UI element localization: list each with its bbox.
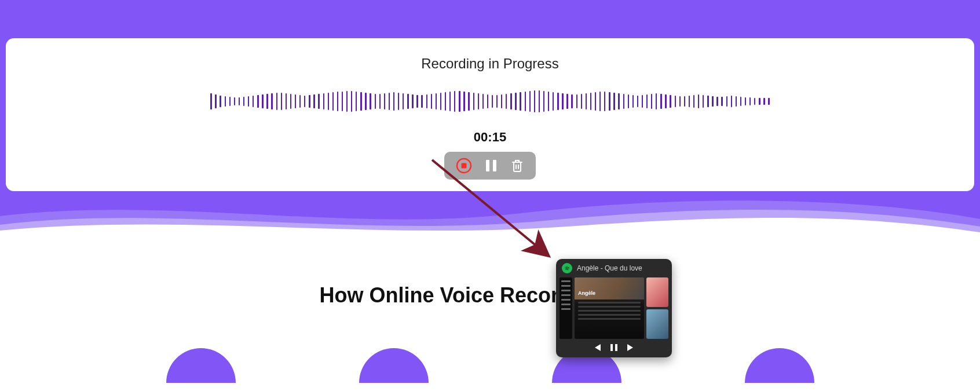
media-popup-header: Angèle - Que du love <box>556 259 672 277</box>
feature-circle <box>745 348 814 383</box>
stop-button[interactable] <box>456 158 472 174</box>
media-popup-right <box>646 277 668 339</box>
recorder-controls <box>444 152 536 180</box>
feature-circle <box>359 348 429 383</box>
skip-prev-icon <box>593 344 602 352</box>
skip-next-icon <box>626 344 635 352</box>
pause-button[interactable] <box>485 159 498 173</box>
svg-rect-5 <box>610 344 613 351</box>
media-popup-title: Angèle - Que du love <box>577 264 642 272</box>
delete-button[interactable] <box>510 159 524 173</box>
hero-band: Recording in Progress 00:15 <box>0 0 980 236</box>
pause-icon <box>485 159 498 173</box>
svg-rect-6 <box>615 344 617 351</box>
recorder-card: Recording in Progress 00:15 <box>6 38 974 191</box>
media-thumb <box>646 277 668 307</box>
svg-rect-1 <box>462 163 467 169</box>
wave-divider <box>0 193 980 236</box>
media-popup-body: Angèle <box>560 277 668 339</box>
recorder-timer: 00:15 <box>474 130 506 145</box>
media-thumb <box>646 309 668 339</box>
media-popup-main: Angèle <box>575 277 644 339</box>
spotify-icon <box>562 263 572 273</box>
waveform <box>210 87 769 116</box>
media-popup-hero <box>575 277 644 299</box>
section-heading: How Online Voice Recorder Works <box>0 283 980 308</box>
media-popup[interactable]: Angèle - Que du love Angèle <box>556 259 672 357</box>
prev-track-button[interactable] <box>593 344 602 352</box>
feature-circles <box>0 348 980 383</box>
stop-record-icon <box>456 158 472 174</box>
svg-rect-3 <box>493 160 496 171</box>
recorder-title: Recording in Progress <box>421 56 558 72</box>
media-popup-sidebar <box>560 277 572 339</box>
trash-icon <box>510 159 524 173</box>
play-pause-button[interactable] <box>610 344 618 352</box>
media-popup-controls <box>556 339 672 357</box>
pause-icon <box>610 344 618 352</box>
feature-circle <box>166 348 236 383</box>
media-popup-artist: Angèle <box>578 290 595 296</box>
next-track-button[interactable] <box>626 344 635 352</box>
svg-rect-2 <box>486 160 489 171</box>
media-popup-rows <box>578 302 641 320</box>
